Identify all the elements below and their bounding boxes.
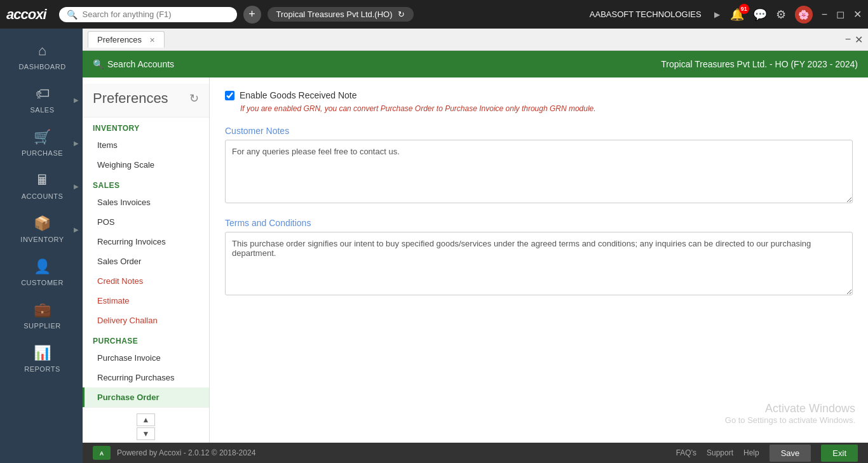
footer-right: FAQ's Support Help Save Exit <box>676 445 858 462</box>
sidebar-label-supplier: SUPPLIER <box>24 322 60 330</box>
customer-notes-textarea[interactable] <box>225 140 853 203</box>
expand-icon[interactable]: ▶ <box>714 10 720 19</box>
purchase-icon: 🛒 <box>34 129 51 145</box>
tab-preferences-label: Preferences <box>97 35 142 44</box>
terms-textarea[interactable] <box>225 232 853 295</box>
customer-notes-section: Customer Notes <box>225 126 853 205</box>
tab-ctrl-close[interactable]: ✕ <box>855 34 863 46</box>
nav-item-credit-notes[interactable]: Credit Notes <box>83 271 209 291</box>
reports-icon: 📊 <box>34 345 51 361</box>
nav-item-recurring-invoices[interactable]: Recurring Invoices <box>83 232 209 252</box>
sidebar-item-supplier[interactable]: 💼 SUPPLIER <box>0 294 83 337</box>
company-header-title: Tropical Treasures Pvt Ltd. - HO (FY 202… <box>661 59 858 69</box>
nav-section-purchase: PURCHASE <box>83 330 209 348</box>
footer: A Powered by Accoxi - 2.0.12 © 2018-2024… <box>83 443 868 463</box>
sidebar-item-inventory[interactable]: 📦 INVENTORY ▶ <box>0 208 83 251</box>
tab-controls: − ✕ <box>845 34 863 46</box>
minimize-button[interactable]: − <box>822 9 827 20</box>
sidebar-label-purchase: PURCHASE <box>22 149 63 157</box>
inventory-icon: 📦 <box>34 215 51 232</box>
sidebar-label-accounts: ACCOUNTS <box>22 192 64 200</box>
search-accounts-label: Search Accounts <box>107 59 174 69</box>
settings-icon[interactable]: ⚙ <box>776 8 786 22</box>
pref-page-title: Preferences <box>93 90 168 107</box>
message-icon[interactable]: 💬 <box>753 8 767 22</box>
sidebar-label-reports: REPORTS <box>24 365 60 373</box>
sidebar-item-purchase[interactable]: 🛒 PURCHASE ▶ <box>0 121 83 164</box>
purchase-arrow: ▶ <box>74 140 79 147</box>
sidebar-label-dashboard: DASHBOARD <box>18 63 65 70</box>
exit-button[interactable]: Exit <box>821 445 858 462</box>
refresh-pref-icon[interactable]: ↻ <box>189 91 199 105</box>
sidebar-label-sales: SALES <box>31 106 55 114</box>
main-area: Preferences ✕ − ✕ 🔍 Search Accounts Trop… <box>83 29 868 463</box>
footer-powered-text: Powered by Accoxi - 2.0.12 © 2018-2024 <box>117 448 255 457</box>
right-panel: Enable Goods Received Note If you are en… <box>210 77 868 443</box>
nav-item-weighing-scale[interactable]: Weighing Scale <box>83 155 209 175</box>
supplier-icon: 💼 <box>34 302 51 318</box>
footer-logo-icon: A <box>93 446 111 460</box>
notification-badge: 91 <box>739 4 749 14</box>
grn-check-label: Enable Goods Received Note <box>240 90 356 100</box>
refresh-icon[interactable]: ↻ <box>398 10 405 19</box>
grn-section: Enable Goods Received Note If you are en… <box>225 90 853 113</box>
sidebar-item-sales[interactable]: 🏷 SALES ▶ <box>0 78 83 121</box>
sidebar-item-accounts[interactable]: 🖩 ACCOUNTS ▶ <box>0 164 83 208</box>
sidebar: ⌂ DASHBOARD 🏷 SALES ▶ 🛒 PURCHASE ▶ 🖩 ACC… <box>0 29 83 463</box>
accounts-arrow: ▶ <box>74 183 79 190</box>
inventory-arrow: ▶ <box>74 226 79 233</box>
nav-item-sales-invoices[interactable]: Sales Invoices <box>83 192 209 212</box>
accounts-icon: 🖩 <box>36 172 50 189</box>
nav-item-items[interactable]: Items <box>83 135 209 155</box>
nav-item-purchase-order[interactable]: Purchase Order <box>83 387 209 407</box>
scroll-up-btn[interactable]: ▲ <box>137 413 156 426</box>
sidebar-item-reports[interactable]: 📊 REPORTS <box>0 337 83 380</box>
profile-button[interactable]: 🌸 <box>795 6 813 23</box>
nav-item-pos[interactable]: POS <box>83 212 209 232</box>
nav-item-estimate[interactable]: Estimate <box>83 291 209 311</box>
sales-icon: 🏷 <box>36 86 50 102</box>
company-selector-label: Tropical Treasures Pvt Ltd.(HO) <box>276 10 393 19</box>
close-button[interactable]: ✕ <box>853 8 862 20</box>
sidebar-item-dashboard[interactable]: ⌂ DASHBOARD <box>0 35 83 78</box>
left-nav: Preferences ↻ INVENTORY Items Weighing S… <box>83 77 210 443</box>
search-input[interactable] <box>83 10 229 19</box>
tab-close-icon[interactable]: ✕ <box>149 36 155 44</box>
sidebar-label-inventory: INVENTORY <box>20 236 64 243</box>
tab-ctrl-pin[interactable]: − <box>845 34 851 46</box>
customer-icon: 👤 <box>34 258 51 275</box>
scroll-down-btn[interactable]: ▼ <box>137 427 156 440</box>
help-link[interactable]: Help <box>743 448 759 457</box>
search-bar[interactable]: 🔍 <box>59 7 237 22</box>
add-button[interactable]: + <box>243 6 261 23</box>
dashboard-icon: ⌂ <box>38 43 46 59</box>
faq-link[interactable]: FAQ's <box>676 448 696 457</box>
nav-section-inventory: INVENTORY <box>83 117 209 135</box>
green-header: 🔍 Search Accounts Tropical Treasures Pvt… <box>83 51 868 77</box>
sales-arrow: ▶ <box>74 97 79 104</box>
tab-preferences[interactable]: Preferences ✕ <box>88 31 165 48</box>
nav-section-sales: SALES <box>83 175 209 192</box>
grn-info-text: If you are enabled GRN, you can convert … <box>240 104 853 113</box>
nav-item-purchase-invoice[interactable]: Purchase Invoice <box>83 348 209 368</box>
restore-button[interactable]: ◻ <box>836 8 844 20</box>
nav-item-delivery-challan[interactable]: Delivery Challan <box>83 311 209 330</box>
company-selector[interactable]: Tropical Treasures Pvt Ltd.(HO) ↻ <box>268 7 414 22</box>
search-accounts-icon: 🔍 <box>93 59 104 69</box>
support-link[interactable]: Support <box>707 448 733 457</box>
svg-text:A: A <box>100 450 104 457</box>
sidebar-item-customer[interactable]: 👤 CUSTOMER <box>0 251 83 294</box>
content-wrapper: Preferences ↻ INVENTORY Items Weighing S… <box>83 77 868 443</box>
nav-item-sales-order[interactable]: Sales Order <box>83 252 209 271</box>
notification-button[interactable]: 🔔 91 <box>730 8 744 22</box>
grn-check-row: Enable Goods Received Note <box>225 90 853 100</box>
nav-item-recurring-purchases[interactable]: Recurring Purchases <box>83 368 209 387</box>
save-button[interactable]: Save <box>770 445 811 462</box>
terms-label: Terms and Conditions <box>225 218 853 228</box>
app-logo: accoxi <box>6 6 46 23</box>
search-accounts-btn[interactable]: 🔍 Search Accounts <box>93 59 174 69</box>
customer-notes-label: Customer Notes <box>225 126 853 136</box>
topbar: accoxi 🔍 + Tropical Treasures Pvt Ltd.(H… <box>0 0 868 29</box>
grn-checkbox[interactable] <box>225 91 234 100</box>
search-icon: 🔍 <box>67 10 78 20</box>
